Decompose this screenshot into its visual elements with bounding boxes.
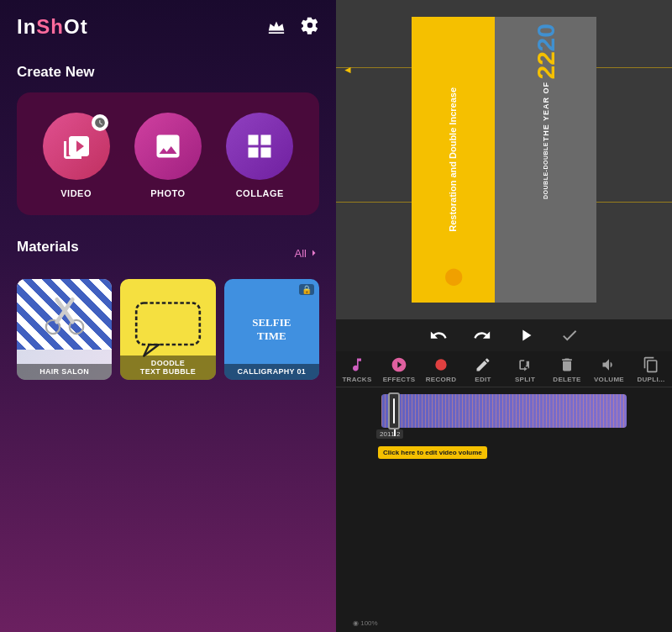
poster-left: Restoration and Double Increase ⬤: [412, 17, 495, 303]
tracks-label: TRACKS: [342, 376, 371, 383]
toolbar-record[interactable]: RECORD: [423, 356, 459, 383]
create-new-section: Create New VIDEO: [0, 47, 336, 224]
poster: Restoration and Double Increase ⬤ 20 22 …: [412, 17, 596, 303]
poster-right: 20 22 THE YEAR OF DOUBLE-DOUBLE: [495, 17, 596, 303]
crown-icon[interactable]: [267, 16, 286, 38]
app-header: InShOt: [0, 0, 336, 47]
calligraphy-01-label: CALLIGRAPHY 01: [224, 364, 319, 380]
material-calligraphy-01[interactable]: 🔒 SELFIETIME CALLIGRAPHY 01: [224, 279, 319, 380]
left-panel: InShOt Create New: [0, 0, 336, 632]
toolbar-tracks[interactable]: TRACKS: [339, 356, 375, 383]
materials-section: Materials All: [0, 224, 336, 632]
photo-label: PHOTO: [150, 188, 185, 198]
svg-point-6: [435, 359, 446, 370]
selfie-text: SELFIETIME: [252, 316, 291, 342]
toolbar-duplicate[interactable]: DUPLI...: [633, 356, 669, 383]
materials-grid: HAIR SALON DOODLETEXT BUBBLE 🔒: [17, 279, 319, 380]
toolbar-edit[interactable]: EDIT: [465, 356, 501, 383]
create-buttons-card: VIDEO PHOTO COLLAGE: [17, 92, 319, 215]
control-bar: [336, 319, 672, 351]
header-icons: [267, 16, 319, 38]
material-hair-salon[interactable]: HAIR SALON: [17, 279, 112, 380]
photo-button[interactable]: PHOTO: [134, 113, 202, 198]
duplicate-label: DUPLI...: [637, 376, 664, 383]
volume-label: VOLUME: [594, 376, 624, 383]
doodle-text-bubble-label: DOODLETEXT BUBBLE: [120, 356, 215, 380]
settings-icon[interactable]: [301, 16, 319, 38]
material-doodle-text-bubble[interactable]: DOODLETEXT BUBBLE: [120, 279, 215, 380]
redo-button[interactable]: [473, 326, 491, 345]
play-button[interactable]: [517, 326, 535, 345]
svg-rect-4: [136, 303, 200, 345]
volume-percent: ◉ 100%: [353, 619, 378, 627]
toolbar-volume[interactable]: VOLUME: [591, 356, 627, 383]
toolbar: TRACKS EFFECTS RECORD EDIT: [336, 351, 672, 387]
toolbar-delete[interactable]: DELETE: [549, 356, 585, 383]
split-label: SPLIT: [515, 376, 535, 383]
collage-label: COLLAGE: [236, 188, 284, 198]
right-panel: ◄ Restoration and Double Increase ⬤ 20 2…: [336, 0, 672, 632]
undo-button[interactable]: [429, 326, 448, 345]
timeline-area: 2011 2 Click here to edit video volume ◉…: [336, 387, 672, 632]
create-new-title: Create New: [17, 64, 319, 81]
materials-header: Materials All: [17, 239, 319, 267]
delete-label: DELETE: [553, 376, 580, 383]
collage-button[interactable]: COLLAGE: [226, 113, 293, 198]
video-preview: ◄ Restoration and Double Increase ⬤ 20 2…: [336, 0, 672, 319]
lock-icon: 🔒: [299, 284, 314, 295]
check-button[interactable]: [560, 326, 579, 345]
toolbar-split[interactable]: SPLIT: [507, 356, 543, 383]
hair-salon-label: HAIR SALON: [17, 364, 112, 380]
clock-badge: [92, 114, 108, 131]
record-label: RECORD: [426, 376, 456, 383]
photo-circle: [134, 113, 202, 180]
materials-title: Materials: [17, 239, 79, 255]
timestamp-badge: 2011 2: [376, 429, 403, 439]
collage-circle: [226, 113, 293, 180]
toolbar-effects[interactable]: EFFECTS: [381, 356, 417, 383]
video-button[interactable]: VIDEO: [43, 113, 110, 198]
video-label: VIDEO: [60, 188, 92, 198]
volume-hint[interactable]: Click here to edit video volume: [378, 446, 487, 459]
edit-label: EDIT: [475, 376, 491, 383]
video-circle: [43, 113, 110, 180]
svg-marker-5: [144, 345, 159, 356]
app-logo: InShOt: [17, 15, 88, 39]
video-canvas: Restoration and Double Increase ⬤ 20 22 …: [412, 17, 596, 303]
all-link[interactable]: All: [295, 247, 319, 260]
effects-label: EFFECTS: [383, 376, 416, 383]
timeline-clip[interactable]: [381, 394, 627, 428]
